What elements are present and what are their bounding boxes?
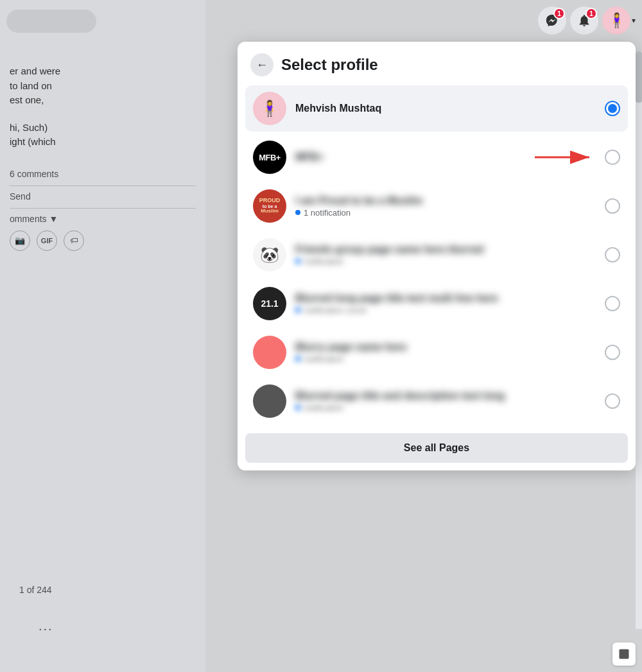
- profile-avatar-black-circle: 21.1: [253, 287, 286, 320]
- profile-sub-dark: notification: [295, 403, 596, 413]
- profile-item-pink[interactable]: Blurry page name here notification: [245, 329, 628, 375]
- profile-avatar-pink: [253, 336, 286, 369]
- notification-dot-pink: [295, 356, 300, 361]
- profile-name-pink: Blurry page name here: [295, 341, 596, 353]
- profile-panel: ← Select profile 🧍‍♀️ Mehvish Mushtaq MF…: [238, 42, 636, 470]
- screenshot-icon: [618, 648, 630, 660]
- notification-dot-dark: [295, 405, 300, 410]
- profile-radio-dark[interactable]: [605, 393, 620, 409]
- profile-sub-friends: notification: [295, 257, 596, 266]
- profile-name-main: Mehvish Mushtaq: [295, 103, 596, 114]
- notifications-button[interactable]: 1: [570, 6, 598, 35]
- profile-item-dark[interactable]: Blurred page title and description text …: [245, 378, 628, 424]
- avatar-chevron-icon[interactable]: ▾: [632, 16, 636, 25]
- profile-radio-pink[interactable]: [605, 345, 620, 360]
- profile-name-friends: Friends group page name here blurred: [295, 244, 596, 255]
- red-arrow-annotation: [535, 144, 599, 170]
- notification-dot-black-circle: [295, 307, 300, 313]
- profile-sub-black-circle: notification count: [295, 306, 596, 315]
- profile-radio-mfb[interactable]: [605, 150, 620, 165]
- messenger-button[interactable]: 1: [538, 6, 566, 35]
- notification-dot-friends: [295, 259, 300, 264]
- profile-info-friends: Friends group page name here blurred not…: [295, 244, 596, 266]
- back-arrow-icon: ←: [256, 58, 268, 72]
- panel-title: Select profile: [281, 56, 378, 74]
- user-avatar-illustration: 🧍‍♀️: [602, 6, 630, 35]
- back-button[interactable]: ←: [250, 53, 273, 76]
- profile-list: 🧍‍♀️ Mehvish Mushtaq MFB+ MFB+: [238, 85, 636, 424]
- profile-item-friends[interactable]: 🐼 Friends group page name here blurred n…: [245, 232, 628, 278]
- profile-avatar-proud: PROUD to be a Muslim: [253, 189, 286, 223]
- profile-info-proud: I am Proud to be a Muslim 1 notification: [295, 195, 596, 218]
- profile-item-mfb[interactable]: MFB+ MFB+: [245, 134, 628, 180]
- profile-avatar-mfb: MFB+: [253, 141, 286, 174]
- profile-sub-proud: 1 notification: [295, 208, 596, 218]
- user-avatar-button[interactable]: 🧍‍♀️: [602, 6, 630, 35]
- profile-item-proud[interactable]: PROUD to be a Muslim I am Proud to be a …: [245, 183, 628, 229]
- profile-name-proud: I am Proud to be a Muslim: [295, 195, 596, 207]
- profile-info-dark: Blurred page title and description text …: [295, 390, 596, 413]
- notifications-badge: 1: [586, 8, 597, 19]
- bottom-screenshot-icon[interactable]: [612, 642, 636, 666]
- notification-dot-proud: [295, 210, 300, 215]
- profile-info-black-circle: Blurred long page title text multi line …: [295, 293, 596, 315]
- scrollbar-thumb[interactable]: [636, 51, 642, 103]
- see-all-pages-button[interactable]: See all Pages: [245, 433, 628, 463]
- messenger-badge: 1: [553, 8, 565, 19]
- scrollbar-track[interactable]: [636, 51, 642, 629]
- profile-info-main: Mehvish Mushtaq: [295, 103, 596, 114]
- profile-avatar-main: 🧍‍♀️: [253, 92, 286, 125]
- profile-radio-proud[interactable]: [605, 198, 620, 214]
- profile-avatar-dark: [253, 384, 286, 418]
- profile-item-black-circle[interactable]: 21.1 Blurred long page title text multi …: [245, 280, 628, 327]
- profile-radio-friends[interactable]: [605, 247, 620, 263]
- profile-radio-black-circle[interactable]: [605, 296, 620, 311]
- profile-avatar-friends: 🐼: [253, 238, 286, 271]
- profile-name-black-circle: Blurred long page title text multi line …: [295, 293, 596, 304]
- profile-info-pink: Blurry page name here notification: [295, 341, 596, 364]
- top-nav: 1 1 🧍‍♀️ ▾: [538, 6, 636, 35]
- profile-radio-main[interactable]: [605, 101, 620, 116]
- profile-item-main-user[interactable]: 🧍‍♀️ Mehvish Mushtaq: [245, 85, 628, 132]
- profile-sub-pink: notification: [295, 354, 596, 364]
- profile-name-dark: Blurred page title and description text …: [295, 390, 596, 402]
- panel-header: ← Select profile: [238, 42, 636, 85]
